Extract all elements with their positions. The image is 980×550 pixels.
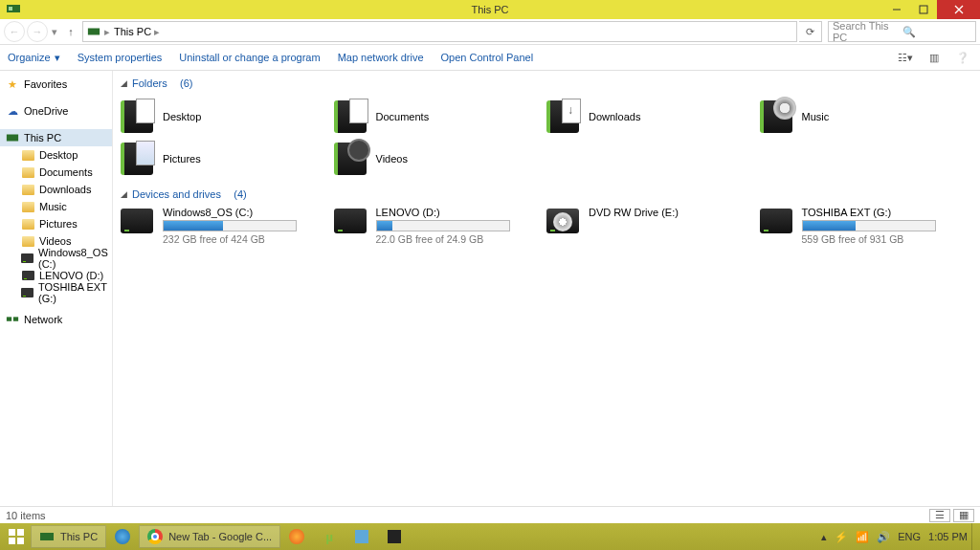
folder-item[interactable]: Documents xyxy=(334,96,547,138)
system-properties[interactable]: System properties xyxy=(78,52,163,63)
navigation-pane: ★ Favorites ☁ OneDrive This PC DesktopDo… xyxy=(0,71,113,506)
folder-item[interactable]: Downloads xyxy=(546,96,760,138)
sidebar-item[interactable]: Desktop xyxy=(0,146,112,164)
folder-item[interactable]: Pictures xyxy=(121,138,334,180)
help-icon[interactable]: ❔ xyxy=(953,52,972,64)
folder-icon xyxy=(21,183,34,196)
drive-icon xyxy=(21,252,33,265)
taskbar-item[interactable]: This PC xyxy=(31,525,106,548)
sidebar-item[interactable]: Pictures xyxy=(0,215,112,232)
pc-icon xyxy=(87,25,100,38)
maximize-button[interactable] xyxy=(910,0,937,19)
show-desktop-button[interactable] xyxy=(971,523,978,550)
sidebar-item[interactable]: Music xyxy=(0,198,112,215)
breadcrumb[interactable]: This PC ▸ xyxy=(114,26,160,38)
folders-section-header[interactable]: ◢ Folders (6) xyxy=(121,77,972,90)
cmd-icon xyxy=(388,530,401,543)
taskbar-item[interactable] xyxy=(280,525,313,548)
system-tray[interactable]: ▴ ⚡ 📶 🔊 ENG 1:05 PM xyxy=(821,531,971,543)
svg-rect-13 xyxy=(17,538,24,544)
folder-item[interactable]: Music xyxy=(760,96,973,138)
folder-icon xyxy=(21,234,34,248)
organize-menu[interactable]: Organize ▾ xyxy=(8,52,60,64)
minimize-button[interactable] xyxy=(883,0,910,19)
details-view-button[interactable]: ☰ xyxy=(929,509,950,522)
power-icon[interactable]: ⚡ xyxy=(835,531,848,543)
sidebar-favorites[interactable]: ★ Favorites xyxy=(0,76,112,93)
refresh-button[interactable]: ⟳ xyxy=(799,21,822,42)
icons-view-button[interactable]: ▦ xyxy=(953,509,974,522)
sidebar-item[interactable]: Documents xyxy=(0,164,112,181)
taskbar: This PCNew Tab - Google C...µ ▴ ⚡ 📶 🔊 EN… xyxy=(0,523,980,550)
app-icon xyxy=(6,1,21,18)
view-options-icon[interactable]: ☷▾ xyxy=(896,52,915,64)
drive-free-text: 22.0 GB free of 24.9 GB xyxy=(376,233,547,245)
history-dropdown[interactable]: ▾ xyxy=(50,26,59,38)
folder-label: Videos xyxy=(376,153,408,165)
svg-rect-12 xyxy=(9,538,15,544)
drive-label: DVD RW Drive (E:) xyxy=(589,207,760,218)
svg-rect-6 xyxy=(88,29,100,35)
taskbar-item[interactable] xyxy=(378,525,411,548)
drive-item[interactable]: DVD RW Drive (E:) xyxy=(546,207,760,245)
search-icon: 🔍 xyxy=(902,26,972,38)
address-bar[interactable]: ▸ This PC ▸ xyxy=(82,21,797,42)
drive-item[interactable]: LENOVO (D:)22.0 GB free of 24.9 GB xyxy=(334,207,547,245)
folder-label: Pictures xyxy=(163,153,201,165)
cloud-icon: ☁ xyxy=(6,104,19,118)
tray-overflow-icon[interactable]: ▴ xyxy=(821,531,827,543)
drive-item[interactable]: TOSHIBA EXT (G:)559 GB free of 931 GB xyxy=(760,207,973,245)
hdd-icon xyxy=(760,209,792,233)
clock[interactable]: 1:05 PM xyxy=(928,531,968,542)
open-control-panel[interactable]: Open Control Panel xyxy=(441,52,534,63)
svg-rect-14 xyxy=(40,533,54,540)
folder-icon xyxy=(21,217,34,231)
volume-icon[interactable]: 🔊 xyxy=(877,531,890,543)
svg-rect-11 xyxy=(17,529,24,536)
sidebar-item[interactable]: TOSHIBA EXT (G:) xyxy=(0,284,112,301)
wifi-icon[interactable]: 📶 xyxy=(856,531,869,543)
folder-label: Documents xyxy=(376,111,430,122)
folder-item[interactable]: Videos xyxy=(334,138,547,180)
svg-rect-10 xyxy=(9,529,15,536)
sidebar-onedrive[interactable]: ☁ OneDrive xyxy=(0,102,112,120)
window-title: This PC xyxy=(471,4,508,15)
map-network-drive[interactable]: Map network drive xyxy=(338,52,424,63)
drive-item[interactable]: Windows8_OS (C:)232 GB free of 424 GB xyxy=(121,207,334,245)
language-indicator[interactable]: ENG xyxy=(898,531,921,542)
preview-pane-icon[interactable]: ▥ xyxy=(924,52,944,64)
sidebar-item[interactable]: Windows8_OS (C:) xyxy=(0,250,112,267)
capacity-bar xyxy=(802,220,936,231)
taskbar-item[interactable] xyxy=(345,525,378,548)
sidebar-item[interactable]: Downloads xyxy=(0,181,112,198)
drives-section-header[interactable]: ◢ Devices and drives (4) xyxy=(121,187,972,201)
hdd-icon xyxy=(334,209,367,233)
status-bar: 10 items ☰ ▦ xyxy=(0,506,980,523)
svg-rect-7 xyxy=(7,135,18,142)
search-input[interactable]: Search This PC 🔍 xyxy=(828,21,976,42)
folder-icon xyxy=(21,165,34,179)
firefox-icon xyxy=(289,529,304,544)
folder-label: Music xyxy=(802,111,830,122)
folder-icon xyxy=(760,100,792,133)
folder-icon xyxy=(21,200,34,213)
back-button[interactable]: ← xyxy=(4,21,25,42)
collapse-icon: ◢ xyxy=(121,189,127,199)
drive-free-text: 559 GB free of 931 GB xyxy=(802,233,973,245)
taskbar-item[interactable] xyxy=(106,525,139,548)
folder-item[interactable]: Desktop xyxy=(121,96,334,138)
item-count: 10 items xyxy=(6,510,46,521)
chrome-icon xyxy=(147,529,163,544)
uninstall-program[interactable]: Uninstall or change a program xyxy=(179,52,320,63)
forward-button[interactable]: → xyxy=(27,21,48,42)
sidebar-this-pc[interactable]: This PC xyxy=(0,129,112,146)
taskbar-item[interactable]: New Tab - Google C... xyxy=(139,525,280,548)
star-icon: ★ xyxy=(6,77,19,91)
sidebar-network[interactable]: Network xyxy=(0,311,112,328)
svg-rect-3 xyxy=(920,6,927,13)
start-button[interactable] xyxy=(2,523,31,550)
close-button[interactable] xyxy=(937,0,980,19)
up-button[interactable]: ↑ xyxy=(61,26,80,37)
taskbar-item[interactable]: µ xyxy=(313,525,345,548)
svg-rect-9 xyxy=(13,317,18,320)
